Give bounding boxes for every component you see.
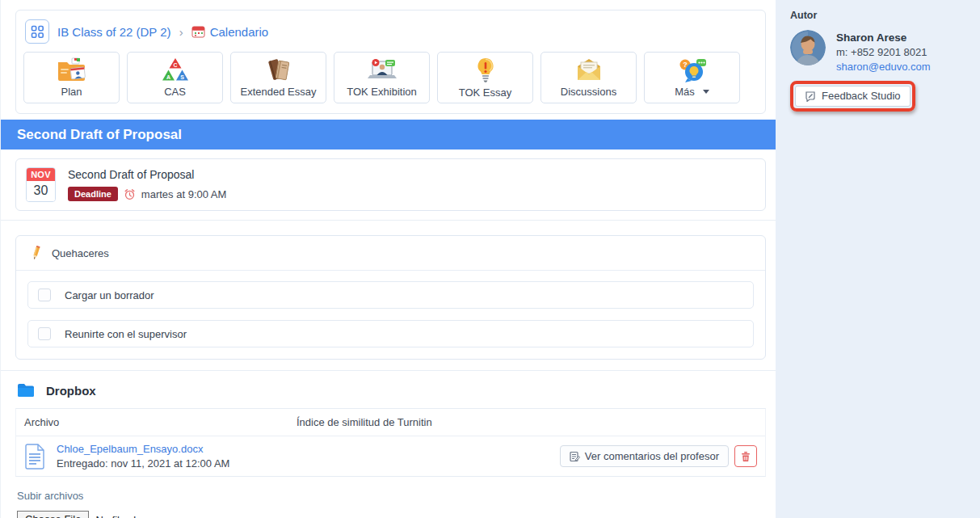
author-name: Sharon Arese: [836, 32, 931, 44]
file-row: Chloe_Epelbaum_Ensayo.docx Entregado: no…: [16, 436, 765, 476]
apps-grid-icon[interactable]: [25, 19, 49, 44]
avatar: [790, 30, 826, 65]
tab-cas[interactable]: C A S CAS: [127, 52, 223, 103]
author-sidebar: Autor Sharon Arese m: +852 9201 8021 sha…: [776, 0, 980, 518]
no-file-chosen-text: No file chosen: [95, 514, 162, 518]
column-header-file: Archivo: [24, 416, 297, 428]
todo-checkbox[interactable]: [38, 288, 51, 301]
envelope-icon: [574, 58, 604, 82]
upload-section-label: Subir archivos: [17, 490, 776, 502]
pencil-icon: [31, 246, 41, 261]
file-name-link[interactable]: Chloe_Epelbaum_Ensayo.docx: [57, 443, 229, 455]
file-upload-input: Choose File No file chosen: [17, 511, 776, 518]
tab-label: TOK Exhibition: [347, 86, 416, 98]
todo-section-title: Quehaceres: [52, 247, 109, 259]
tab-label: Más: [675, 86, 709, 98]
feedback-studio-label: Feedback Studio: [822, 90, 901, 102]
calendar-icon: [191, 25, 205, 38]
red-annotation-box: Feedback Studio: [790, 81, 915, 112]
tab-label: CAS: [164, 86, 186, 98]
todo-card: Quehaceres Cargar un borrador Reunirte c…: [15, 235, 766, 360]
alarm-clock-icon: [124, 188, 136, 200]
main-column: IB Class of 22 (DP 2) › Calendario: [0, 0, 776, 518]
tab-discussions[interactable]: Discussions: [540, 52, 637, 103]
breadcrumb-page-link[interactable]: Calendario: [210, 25, 269, 39]
table-header-row: Archivo Índice de similitud de Turnitin: [16, 409, 765, 436]
todo-item: Reunirte con el supervisor: [27, 320, 754, 347]
view-comments-label: Ver comentarios del profesor: [585, 450, 719, 462]
note-pencil-icon: [570, 451, 580, 462]
plan-folder-icon: [56, 57, 88, 82]
choose-file-button[interactable]: Choose File: [17, 511, 89, 518]
page: IB Class of 22 (DP 2) › Calendario: [0, 0, 980, 518]
event-title: Second Draft of Proposal: [68, 168, 226, 181]
todo-header: Quehaceres: [16, 236, 765, 271]
tab-label: Discussions: [561, 86, 616, 98]
cas-triangle-icon: C A S: [161, 57, 190, 82]
author-phone: m: +852 9201 8021: [836, 46, 931, 58]
deadline-badge: Deadline: [68, 187, 118, 201]
dropbox-table: Archivo Índice de similitud de Turnitin …: [15, 408, 766, 477]
tab-tok-essay[interactable]: TOK Essay: [437, 52, 533, 103]
svg-text:A: A: [166, 74, 170, 80]
breadcrumb-course-link[interactable]: IB Class of 22 (DP 2): [57, 25, 171, 39]
date-month: NOV: [27, 168, 55, 181]
author-row: Sharon Arese m: +852 9201 8021 sharon@ed…: [790, 30, 969, 74]
presenter-laptop-icon: [366, 57, 398, 82]
tab-extended-essay[interactable]: Extended Essay: [230, 52, 326, 103]
notebooks-icon: [265, 57, 292, 82]
file-submitted-text: Entregado: nov 11, 2021 at 12:00 AM: [57, 457, 229, 470]
chat-bulb-icon: ?: [678, 58, 707, 82]
tab-tok-exhibition[interactable]: TOK Exhibition: [334, 52, 430, 103]
deadline-card: NOV 30 Second Draft of Proposal Deadline…: [15, 158, 766, 211]
date-day: 30: [27, 181, 55, 201]
delete-file-button[interactable]: [734, 445, 757, 467]
feedback-studio-button[interactable]: Feedback Studio: [795, 86, 911, 107]
todo-list: Cargar un borrador Reunirte con el super…: [16, 271, 765, 359]
file-info: Chloe_Epelbaum_Ensayo.docx Entregado: no…: [57, 443, 229, 470]
feedback-pen-icon: [805, 91, 816, 102]
document-icon: [24, 444, 45, 470]
page-title: Second Draft of Proposal: [17, 127, 182, 142]
todo-checkbox[interactable]: [38, 327, 51, 340]
due-date-text: martes at 9:00 AM: [141, 188, 227, 200]
tab-label: Extended Essay: [241, 86, 317, 98]
chevron-down-icon: [703, 90, 709, 94]
tab-label: TOK Essay: [459, 86, 512, 99]
avatar-photo: [790, 30, 826, 65]
dropbox-header: Dropbox: [1, 371, 776, 408]
tab-label: Plan: [61, 86, 82, 98]
deadline-info: Second Draft of Proposal Deadline martes…: [68, 167, 226, 201]
svg-text:C: C: [173, 62, 177, 68]
breadcrumb: IB Class of 22 (DP 2) › Calendario: [23, 18, 758, 52]
breadcrumb-separator: ›: [179, 25, 183, 39]
dropbox-section-title: Dropbox: [46, 384, 96, 398]
section-divider: [1, 220, 776, 221]
sidebar-heading: Autor: [790, 10, 969, 21]
lightbulb-exclamation-icon: [477, 57, 494, 83]
author-info: Sharon Arese m: +852 9201 8021 sharon@ed…: [836, 30, 931, 74]
author-email-link[interactable]: sharon@eduvo.com: [836, 61, 931, 73]
date-badge: NOV 30: [26, 167, 56, 202]
todo-item-label: Cargar un borrador: [65, 289, 154, 301]
deadline-row: Deadline martes at 9:00 AM: [68, 187, 226, 201]
todo-item-label: Reunirte con el supervisor: [65, 328, 187, 340]
tab-plan[interactable]: Plan: [23, 52, 120, 103]
page-title-banner: Second Draft of Proposal: [1, 120, 776, 150]
view-comments-button[interactable]: Ver comentarios del profesor: [560, 445, 729, 467]
blue-folder-icon: [17, 383, 35, 398]
tab-mas-text: Más: [675, 86, 695, 98]
module-tabs: Plan C A S CAS: [23, 52, 758, 103]
tab-mas[interactable]: ? Más: [644, 52, 740, 103]
apps-grid-glyph: [31, 25, 44, 39]
todo-item: Cargar un borrador: [27, 281, 754, 309]
breadcrumb-current: Calendario: [191, 25, 269, 39]
file-row-actions: Ver comentarios del profesor: [560, 445, 757, 467]
svg-text:S: S: [180, 74, 184, 80]
trash-icon: [741, 451, 751, 462]
navigation-card: IB Class of 22 (DP 2) › Calendario: [15, 10, 766, 114]
column-header-similarity: Índice de similitud de Turnitin: [297, 416, 432, 428]
